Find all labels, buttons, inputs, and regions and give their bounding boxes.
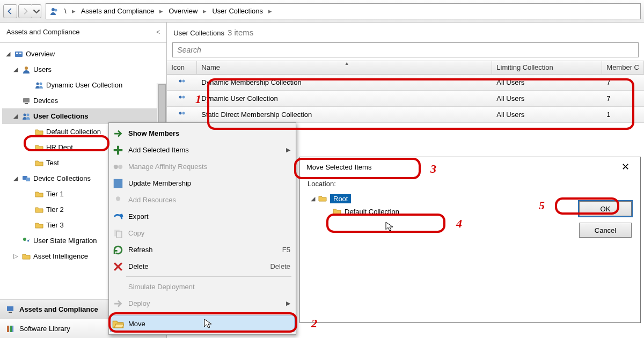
migration-icon — [21, 236, 31, 246]
search-box — [172, 42, 639, 57]
ctx-add-selected[interactable]: Add Selected Items▶ — [110, 142, 295, 158]
ctx-delete[interactable]: DeleteDelete — [110, 258, 295, 275]
ctx-update-membership[interactable]: Update Membership — [110, 175, 295, 192]
tree-dynamic-user-collection[interactable]: Dynamic User Collection — [2, 77, 166, 93]
table-row[interactable]: Dynamic Membership Collection All Users … — [167, 75, 644, 91]
cursor-icon — [385, 221, 396, 232]
svg-rect-15 — [7, 306, 13, 311]
ctx-show-members[interactable]: Show Members — [110, 125, 295, 142]
table-row[interactable]: Dynamic User Collection All Users 7 — [167, 91, 644, 107]
toolbar: \ ▸ Assets and Compliance ▸ Overview ▸ U… — [0, 0, 644, 23]
ctx-add-resources[interactable]: Add Resources — [110, 192, 295, 208]
breadcrumb-item[interactable]: Overview — [165, 5, 201, 17]
ctx-copy[interactable]: Copy — [110, 225, 295, 241]
svg-point-14 — [23, 238, 26, 241]
folder-icon — [34, 158, 44, 168]
folder-icon — [332, 207, 342, 216]
svg-rect-13 — [26, 178, 30, 181]
col-member[interactable]: Member C — [602, 61, 644, 74]
separator — [126, 313, 291, 314]
tree-user-collections[interactable]: ◢User Collections — [2, 108, 166, 124]
svg-point-10 — [24, 113, 26, 116]
svg-point-11 — [27, 113, 30, 116]
col-name[interactable]: Name▲ — [197, 61, 492, 74]
tree-overview[interactable]: ◢Overview — [2, 46, 166, 62]
users-icon — [34, 80, 44, 90]
ctx-move[interactable]: Move — [110, 315, 295, 332]
search-input[interactable] — [172, 42, 639, 57]
svg-rect-8 — [23, 98, 30, 102]
forward-button[interactable] — [18, 4, 32, 18]
content-title: User Collections 3 items — [167, 23, 644, 40]
move-dialog: Move Selected Items ✕ Location: ◢ Root D… — [299, 157, 641, 323]
users-icon — [177, 110, 187, 120]
plus-icon — [112, 144, 124, 156]
cancel-button[interactable]: Cancel — [579, 223, 632, 238]
deploy-icon — [112, 298, 124, 310]
user-icon — [21, 65, 31, 75]
users-icon — [177, 94, 187, 104]
folder-open-icon — [112, 318, 124, 330]
svg-point-7 — [40, 82, 42, 85]
copy-icon — [112, 227, 124, 239]
annotation-number: 3 — [430, 162, 436, 176]
nav-label: Software Library — [19, 325, 70, 333]
svg-rect-16 — [9, 312, 12, 313]
shortcut-key: Delete — [270, 262, 290, 270]
ctx-affinity[interactable]: Manage Affinity Requests — [110, 158, 295, 175]
close-button[interactable]: ✕ — [617, 160, 634, 174]
ctx-deploy[interactable]: Deploy▶ — [110, 295, 295, 312]
panel-title-text: Assets and Compliance — [6, 28, 80, 36]
breadcrumb-root[interactable]: \ — [61, 5, 70, 17]
update-icon — [112, 178, 124, 189]
breadcrumb-item[interactable]: User Collections — [209, 5, 266, 17]
history-dropdown[interactable] — [32, 4, 41, 18]
ok-button[interactable]: OK — [579, 201, 632, 216]
table-row[interactable]: Static Direct Membership Collection All … — [167, 107, 644, 123]
breadcrumb[interactable]: \ ▸ Assets and Compliance ▸ Overview ▸ U… — [46, 3, 641, 19]
ctx-export[interactable]: Export — [110, 208, 295, 225]
resources-icon — [112, 194, 124, 206]
tree-item-label: Default Collection — [345, 208, 399, 216]
svg-point-26 — [114, 164, 118, 168]
svg-point-5 — [25, 67, 28, 70]
tree-users[interactable]: ◢Users — [2, 62, 166, 77]
svg-point-20 — [179, 79, 182, 82]
content-title-text: User Collections — [173, 29, 224, 37]
cell-name: Dynamic User Collection — [197, 94, 492, 102]
cell-member: 7 — [602, 78, 644, 86]
col-icon[interactable]: Icon — [167, 61, 197, 74]
back-button[interactable] — [3, 4, 17, 18]
ctx-simulate[interactable]: Simulate Deployment — [110, 278, 295, 295]
annotation-number: 5 — [539, 199, 545, 212]
refresh-icon — [112, 244, 124, 256]
folder-icon — [34, 205, 44, 215]
collapse-icon[interactable]: < — [156, 28, 160, 36]
context-menu: Show Members Add Selected Items▶ Manage … — [108, 122, 296, 335]
users-icon — [49, 6, 59, 16]
ctx-refresh[interactable]: RefreshF5 — [110, 241, 295, 258]
submenu-arrow-icon: ▶ — [286, 146, 290, 153]
cell-member: 7 — [602, 94, 644, 102]
col-limit[interactable]: Limiting Collection — [492, 61, 602, 74]
tree-devices[interactable]: Devices — [2, 93, 166, 108]
chevron-right-icon: ▸ — [203, 7, 207, 15]
cell-name: Static Direct Membership Collection — [197, 111, 492, 119]
folder-icon — [21, 252, 31, 261]
annotation-number: 2 — [311, 317, 317, 330]
breadcrumb-item[interactable]: Assets and Compliance — [78, 5, 158, 17]
item-count: 3 items — [228, 28, 253, 37]
panel-title: Assets and Compliance < — [0, 23, 166, 43]
users-icon — [177, 78, 187, 87]
delete-icon — [112, 261, 124, 273]
annotation-number: 1 — [195, 92, 201, 106]
svg-rect-4 — [19, 53, 21, 54]
users-icon — [21, 112, 31, 121]
nav-label: Assets and Compliance — [19, 305, 98, 313]
chevron-right-icon: ▸ — [72, 7, 76, 15]
svg-rect-19 — [12, 326, 13, 332]
location-label: Location: — [308, 180, 633, 188]
svg-point-25 — [182, 112, 185, 114]
dialog-title: Move Selected Items — [306, 163, 371, 171]
svg-rect-18 — [10, 326, 12, 332]
